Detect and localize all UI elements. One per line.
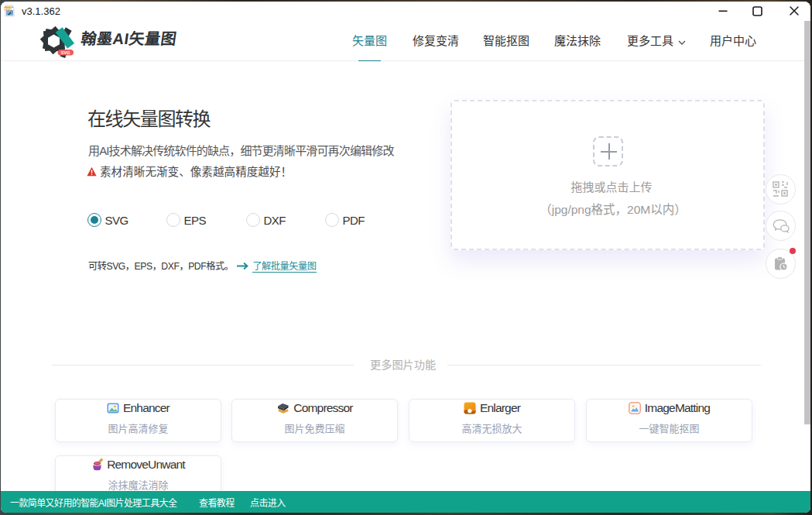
svg-text:SVG: SVG — [5, 7, 12, 11]
